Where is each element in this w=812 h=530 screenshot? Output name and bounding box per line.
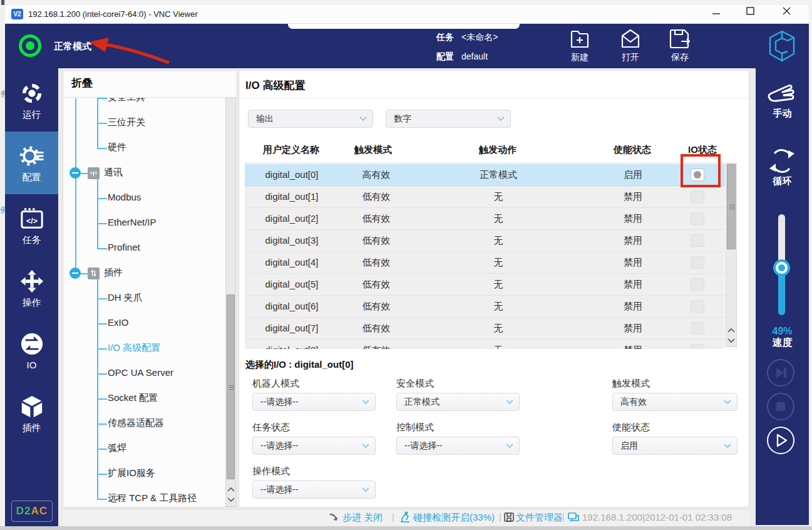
file-manager-link[interactable]: 文件管理器 [516,512,563,524]
open-task-label: 打开 [612,52,649,63]
io-table-row-2[interactable]: digital_out[2]低有效无禁用 [245,208,725,230]
tree-item-label: 远程 TCP & 工具路径 [108,492,197,504]
tree-item-扩展IO服务[interactable]: 扩展IO服务 [63,467,225,481]
sidebar-item-io[interactable]: IO [5,320,58,382]
io-table-row-4[interactable]: digital_out[4]低有效无禁用 [245,252,725,274]
task-label: 任务 [436,32,454,43]
table-scroll-down-icon[interactable] [727,338,735,343]
tree-item-ExIO[interactable]: ExIO [63,316,225,330]
io-state-indicator[interactable] [691,278,704,291]
tree-item-label: 通讯 [104,167,123,179]
cell-name: digital_out[0] [245,164,339,185]
new-task-button[interactable]: 新建 [561,28,599,63]
form-select-2[interactable]: 高有效 [612,393,737,411]
open-task-button[interactable]: 打开 [612,28,649,63]
tree-item-label: 安全工具 [108,98,145,103]
io-direction-select[interactable]: 输出 [248,110,373,128]
step-forward-button[interactable] [767,359,794,387]
form-label-6: 操作模式 [252,465,290,477]
io-table-row-0[interactable]: digital_out[0]高有效正常模式启用 [245,164,725,186]
io-state-indicator[interactable] [691,169,704,181]
form-select-4[interactable]: --请选择-- [396,437,520,455]
svg-text:</>: </> [26,217,38,226]
d2ac-right: AC [31,505,48,517]
io-table-row-6[interactable]: digital_out[6]低有效无禁用 [245,296,725,318]
tree-item-三位开关[interactable]: 三位开关 [63,116,225,130]
collision-detect-status[interactable]: 碰撞检测开启(33%) [413,512,495,524]
maximize-button[interactable] [746,7,754,15]
tree-item-Profinet[interactable]: Profinet [63,241,225,255]
minimize-button[interactable] [712,9,721,17]
io-state-indicator[interactable] [691,344,704,349]
table-scrollbar-thumb[interactable] [727,164,736,249]
tree-item-弧焊[interactable]: 弧焊 [63,442,225,455]
sidebar-item-operate[interactable]: 操作 [5,257,58,320]
collapse-minus-icon[interactable] [69,268,81,279]
table-header-3: 使能状态 [614,144,651,156]
io-table-row-7[interactable]: digital_out[7]低有效无禁用 [245,318,725,340]
sidebar-item-label: 运行 [5,109,58,121]
speed-slider-handle[interactable] [773,259,790,276]
tree-item-通讯[interactable]: 通讯 [63,166,225,180]
tree-item-label: Modbus [108,192,141,202]
io-state-indicator[interactable] [691,300,704,313]
manual-mode-icon[interactable] [766,81,797,108]
tree-collapse-header[interactable]: 折叠 [71,76,93,90]
form-select-0[interactable]: --请选择-- [252,393,376,411]
tree-item-插件[interactable]: 插件 [63,266,225,280]
io-state-indicator[interactable] [691,322,704,335]
cell-enable: 禁用 [583,274,683,295]
io-state-indicator[interactable] [691,190,704,203]
form-select-5[interactable]: 启用 [612,437,737,455]
tree-item-传感器适配器[interactable]: 传感器适配器 [63,417,225,430]
tree-item-label: 传感器适配器 [108,417,164,429]
cell-name: digital_out[2] [245,208,339,229]
play-icon [768,428,793,453]
table-scroll-up-icon[interactable] [727,328,735,333]
network-icon [567,512,580,522]
cell-name: digital_out[3] [245,230,339,251]
tree-scrollbar-thumb[interactable] [227,294,235,479]
sidebar-item-run[interactable]: 运行 [5,69,58,132]
io-table-row-3[interactable]: digital_out[3]低有效无禁用 [245,230,725,252]
io-table-row-5[interactable]: digital_out[5]低有效无禁用 [245,274,725,296]
io-table-row-1[interactable]: digital_out[1]低有效无禁用 [245,186,725,208]
form-select-6[interactable]: --请选择-- [252,481,376,499]
tree-item-Socket-配置[interactable]: Socket 配置 [63,392,225,405]
tree-item-远程-TCP-工具路径[interactable]: 远程 TCP & 工具路径 [63,492,225,506]
sidebar-item-label: IO [5,360,58,370]
io-state-indicator[interactable] [691,256,704,269]
sidebar-item-plugin[interactable]: 插件 [5,382,58,445]
manual-mode-label[interactable]: 手动 [756,108,809,120]
io-swap-icon [20,332,44,358]
tree-scroll-up-icon[interactable] [227,487,235,492]
close-button[interactable] [783,7,791,15]
tree-scroll-down-icon[interactable] [227,497,235,502]
sidebar-item-config[interactable]: 配置 [5,132,58,194]
form-select-3[interactable]: --请选择-- [252,437,376,455]
form-select-1[interactable]: 正常模式 [396,393,520,411]
cycle-mode-icon[interactable] [768,148,796,174]
divider [239,98,749,98]
stop-button[interactable] [767,393,794,420]
tree-item-Modbus[interactable]: Modbus [63,191,225,205]
step-mode-status[interactable]: 步进 关闭 [342,512,383,524]
background-fragment-strip [0,5,5,530]
sidebar-item-task[interactable]: </>任务 [5,194,58,257]
play-button[interactable] [767,427,794,454]
open-file-icon [620,28,641,49]
io-state-indicator[interactable] [691,212,704,225]
io-table-row-8[interactable]: digital_out[8]低有效无禁用 [245,340,725,349]
collapse-minus-icon[interactable] [69,167,81,179]
io-type-select[interactable]: 数字 [386,110,511,128]
tree-item-EtherNet-IP[interactable]: EtherNet/IP [63,216,225,230]
tree-item-label: 扩展IO服务 [108,467,155,479]
tree-item-DH-夹爪[interactable]: DH 夹爪 [63,291,225,305]
tree-item-安全工具[interactable]: 安全工具 [63,98,225,105]
io-state-indicator[interactable] [691,234,704,247]
tree-item-硬件[interactable]: 硬件 [63,141,225,155]
tree-item-OPC-UA-Server[interactable]: OPC UA Server [63,366,225,380]
cycle-mode-label[interactable]: 循环 [756,175,809,187]
tree-item-I-O-高级配置[interactable]: I/O 高级配置 [63,341,225,355]
save-task-button[interactable]: 保存 [661,28,699,63]
